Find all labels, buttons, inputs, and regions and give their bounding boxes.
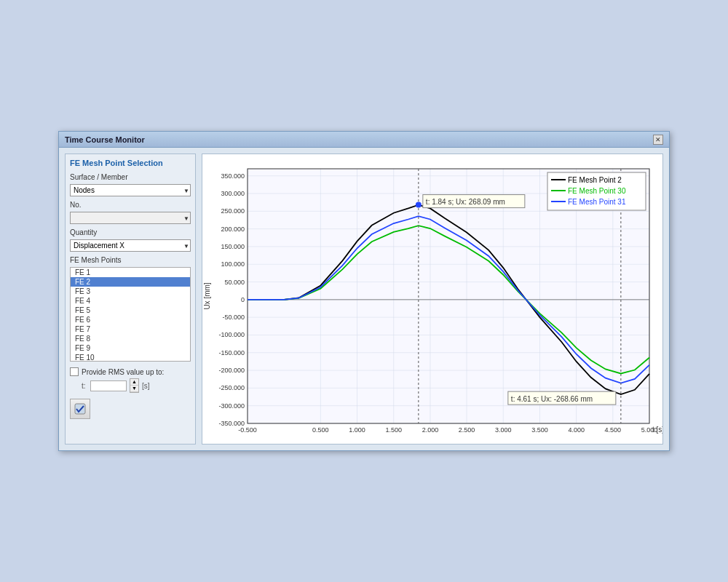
spinner-down-icon[interactable]: ▼ xyxy=(130,386,138,392)
quantity-dropdown[interactable]: Displacement X xyxy=(70,239,191,252)
surface-member-label: Surface / Member xyxy=(70,173,191,181)
apply-button[interactable] xyxy=(70,399,90,419)
no-dropdown[interactable] xyxy=(70,212,191,224)
nodes-dropdown[interactable]: Nodes xyxy=(70,184,191,196)
list-item[interactable]: FE 1 xyxy=(71,268,190,277)
mesh-points-label: FE Mesh Points xyxy=(70,256,191,264)
mesh-points-list[interactable]: FE 1FE 2FE 3FE 4FE 5FE 6FE 7FE 8FE 9FE 1… xyxy=(70,267,191,362)
quantity-label: Quantity xyxy=(70,228,191,236)
close-button[interactable]: ✕ xyxy=(653,135,663,145)
rms-t-label: t: xyxy=(82,382,87,390)
list-item[interactable]: FE 5 xyxy=(71,306,190,315)
rms-spinner[interactable]: ▲ ▼ xyxy=(130,378,139,393)
list-item[interactable]: FE 3 xyxy=(71,287,190,296)
chart-area xyxy=(202,154,663,445)
list-item[interactable]: FE 2 xyxy=(71,277,190,287)
window-title: Time Course Monitor xyxy=(65,135,145,144)
rms-checkbox[interactable] xyxy=(70,367,79,376)
list-item[interactable]: FE 4 xyxy=(71,296,190,306)
no-label: No. xyxy=(70,201,191,209)
main-window: Time Course Monitor ✕ FE Mesh Point Sele… xyxy=(58,131,670,451)
left-panel: FE Mesh Point Selection Surface / Member… xyxy=(65,154,196,445)
list-item[interactable]: FE 7 xyxy=(71,324,190,334)
list-item[interactable]: FE 9 xyxy=(71,343,190,353)
chart-canvas xyxy=(202,154,663,445)
nodes-dropdown-container: Nodes ▼ xyxy=(70,184,191,196)
rms-unit: [s] xyxy=(142,382,150,390)
rms-label: Provide RMS value up to: xyxy=(82,368,164,376)
rms-section: Provide RMS value up to: t: ▲ ▼ [s] xyxy=(70,367,191,393)
list-item[interactable]: FE 8 xyxy=(71,334,190,343)
content-area: FE Mesh Point Selection Surface / Member… xyxy=(59,148,669,450)
quantity-dropdown-container: Displacement X ▼ xyxy=(70,239,191,252)
no-dropdown-container: ▼ xyxy=(70,212,191,224)
rms-checkbox-row: Provide RMS value up to: xyxy=(70,367,191,376)
list-item[interactable]: FE 10 xyxy=(71,353,190,362)
list-item[interactable]: FE 6 xyxy=(71,315,190,324)
apply-icon xyxy=(74,402,87,415)
panel-title: FE Mesh Point Selection xyxy=(70,159,191,167)
rms-time-input[interactable] xyxy=(90,380,127,391)
spinner-up-icon[interactable]: ▲ xyxy=(130,379,138,386)
title-bar: Time Course Monitor ✕ xyxy=(59,132,669,148)
rms-value-row: t: ▲ ▼ [s] xyxy=(82,378,191,393)
